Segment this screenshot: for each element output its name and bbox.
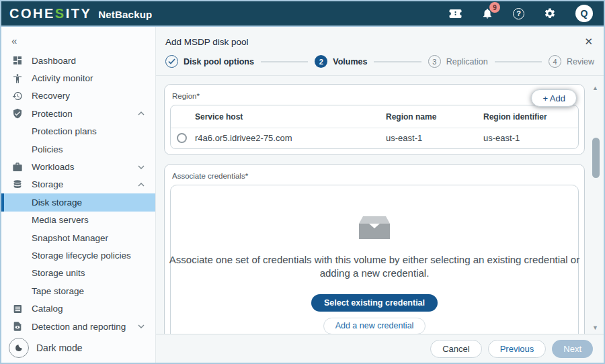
sidebar-item-label: Catalog — [32, 304, 63, 314]
step-connector — [495, 61, 542, 62]
scroll-down-arrow-icon[interactable]: ▼ — [592, 325, 598, 331]
sidebar-item-protection-plans[interactable]: Protection plans — [1, 123, 155, 140]
sidebar-item-workloads[interactable]: Workloads — [1, 158, 155, 175]
sidebar-item-storage-lifecycle-policies[interactable]: Storage lifecycle policies — [1, 246, 155, 264]
step-label: Disk pool options — [184, 57, 254, 66]
brand-accent-letter: S — [55, 6, 66, 21]
step-complete-check-icon — [165, 55, 178, 68]
next-button[interactable]: Next — [552, 340, 593, 358]
page-title: Add MSDP disk pool — [165, 37, 249, 47]
radio-button[interactable] — [177, 133, 187, 143]
sidebar-item-dashboard[interactable]: Dashboard — [1, 52, 155, 69]
book-icon — [11, 304, 23, 314]
scrollbar[interactable]: ▲ ▼ — [592, 85, 600, 331]
sidebar-item-label: Snapshot Manager — [32, 233, 108, 243]
region-label: Region* — [172, 92, 579, 100]
required-asterisk: * — [196, 92, 199, 100]
cell-region-name: us-east-1 — [386, 133, 483, 143]
sidebar-item-disk-storage[interactable]: Disk storage — [1, 193, 155, 211]
cell-region-identifier: us-east-1 — [483, 133, 578, 143]
column-region-name: Region name — [386, 112, 483, 122]
sidebar-item-label: Protection — [32, 109, 73, 119]
scrollbar-thumb[interactable] — [592, 138, 600, 178]
region-table: Service host Region name Region identifi… — [170, 105, 579, 149]
sidebar-item-recovery[interactable]: Recovery — [1, 87, 155, 105]
cohesity-logo: COHESITY — [9, 6, 91, 21]
ticket-icon[interactable] — [449, 9, 462, 19]
sidebar-item-label: Media servers — [32, 215, 89, 225]
wizard-footer: Cancel Previous Next — [156, 334, 604, 363]
sidebar-item-media-servers[interactable]: Media servers — [1, 212, 155, 229]
select-existing-credential-button[interactable]: Select existing credential — [311, 294, 438, 312]
add-new-credential-button[interactable]: Add a new credential — [323, 318, 426, 334]
sidebar-item-label: Storage units — [32, 268, 85, 278]
sidebar-item-activity-monitor[interactable]: Activity monitor — [1, 69, 155, 87]
history-clock-icon — [11, 91, 23, 101]
wizard-content: Region* + Add Service host Region name R… — [156, 76, 604, 334]
sidebar-item-label: Dashboard — [32, 56, 76, 66]
sidebar-item-label: Protection plans — [32, 126, 97, 136]
user-avatar[interactable]: Q — [575, 5, 593, 22]
step-number: 2 — [315, 55, 327, 68]
credentials-section: Associate credentials* Associate one set… — [164, 164, 585, 334]
cancel-button[interactable]: Cancel — [430, 340, 481, 358]
sidebar-item-label: Workloads — [32, 162, 75, 172]
add-region-button[interactable]: + Add — [531, 89, 577, 107]
sidebar-item-policies[interactable]: Policies — [1, 140, 155, 158]
credentials-empty-state: Associate one set of credentials with th… — [170, 185, 579, 334]
chevron-up-icon — [138, 111, 145, 116]
sidebar-item-detection-and-reporting[interactable]: Detection and reporting — [1, 318, 155, 335]
credentials-label: Associate credentials* — [172, 172, 579, 180]
app-window: COHESITY NetBackup 9 ? Q « — [0, 0, 605, 364]
notification-badge: 9 — [489, 2, 500, 13]
sidebar-item-catalog[interactable]: Catalog — [1, 300, 155, 317]
empty-tray-icon — [359, 216, 390, 242]
product-name: NetBackup — [98, 9, 152, 20]
chevron-down-icon — [138, 165, 145, 169]
topbar: COHESITY NetBackup 9 ? Q — [1, 1, 604, 27]
sidebar-item-protection[interactable]: Protection — [1, 105, 155, 122]
dark-mode-label: Dark mode — [36, 343, 82, 353]
sidebar-item-label: Detection and reporting — [32, 322, 126, 332]
cell-service-host: r4a6.or5.idrivee2-75.com — [195, 133, 386, 143]
sidebar-item-storage[interactable]: Storage — [1, 176, 155, 193]
chevron-up-icon — [138, 183, 145, 187]
step-label: Volumes — [333, 57, 367, 66]
topbar-actions: 9 ? Q — [449, 5, 593, 22]
step-disk-pool-options[interactable]: Disk pool options — [165, 55, 254, 68]
close-icon[interactable]: ✕ — [584, 36, 593, 48]
sidebar-item-storage-units[interactable]: Storage units — [1, 265, 155, 282]
step-replication[interactable]: 3 Replication — [428, 55, 488, 68]
step-number: 4 — [549, 55, 561, 68]
brand-text: ITY — [66, 6, 92, 21]
table-row[interactable]: r4a6.or5.idrivee2-75.com us-east-1 us-ea… — [171, 128, 578, 148]
sidebar: « Dashboard Activity monitor Recovery Pr… — [1, 27, 156, 363]
help-icon[interactable]: ? — [513, 8, 524, 19]
step-review[interactable]: 4 Review — [549, 55, 594, 68]
previous-button[interactable]: Previous — [488, 340, 547, 358]
sidebar-item-snapshot-manager[interactable]: Snapshot Manager — [1, 229, 155, 246]
sidebar-item-label: Tape storage — [32, 286, 84, 296]
settings-gear-icon[interactable] — [544, 7, 556, 19]
column-service-host: Service host — [195, 112, 386, 122]
sidebar-item-label: Storage lifecycle policies — [32, 251, 131, 261]
step-number: 3 — [428, 55, 441, 68]
notifications-bell-icon[interactable]: 9 — [481, 7, 493, 19]
dashboard-icon — [11, 55, 23, 66]
dark-mode-toggle[interactable]: Dark mode — [9, 338, 82, 358]
table-header: Service host Region name Region identifi… — [171, 105, 578, 128]
column-region-identifier: Region identifier — [483, 112, 578, 122]
main-panel: Add MSDP disk pool ✕ Disk pool options 2… — [156, 27, 604, 363]
required-asterisk: * — [245, 172, 248, 180]
shield-check-icon — [11, 108, 23, 119]
scroll-up-arrow-icon[interactable]: ▲ — [592, 85, 598, 91]
database-icon — [11, 179, 23, 190]
chevron-down-icon — [138, 324, 145, 328]
wizard-stepper: Disk pool options 2 Volumes 3 Replicatio… — [156, 49, 604, 76]
step-connector — [261, 61, 308, 62]
person-icon — [11, 73, 23, 84]
step-volumes[interactable]: 2 Volumes — [315, 55, 367, 68]
sidebar-collapse-icon[interactable]: « — [11, 35, 17, 46]
sidebar-item-tape-storage[interactable]: Tape storage — [1, 282, 155, 300]
sidebar-item-label: Activity monitor — [32, 73, 93, 83]
